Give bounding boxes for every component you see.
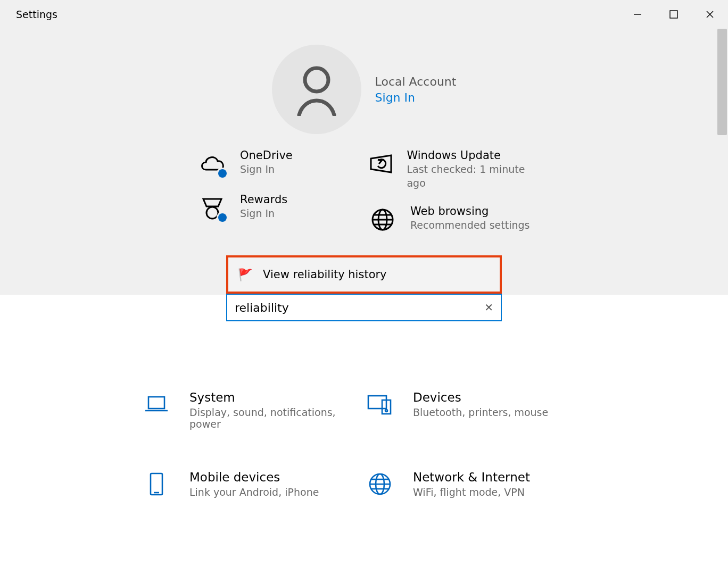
maximize-button[interactable] <box>656 0 692 29</box>
header-panel: Local Account Sign In OneDrive Sign In <box>0 29 728 295</box>
window-title: Settings <box>16 9 57 20</box>
window-controls <box>619 0 728 29</box>
category-sub: WiFi, flight mode, VPN <box>413 486 530 498</box>
globe-icon <box>367 205 399 234</box>
category-system[interactable]: System Display, sound, notifications, po… <box>140 390 364 430</box>
scrollbar[interactable] <box>717 29 727 135</box>
mini-tiles: OneDrive Sign In Rewards Sign In <box>0 149 728 234</box>
cloud-icon <box>196 149 228 178</box>
svg-rect-16 <box>151 473 162 495</box>
avatar <box>272 45 361 134</box>
svg-rect-1 <box>670 11 677 18</box>
flag-icon: 🚩 <box>238 268 252 281</box>
tile-title: Web browsing <box>410 205 530 218</box>
minimize-button[interactable] <box>619 0 656 29</box>
account-text: Local Account Sign In <box>375 75 457 104</box>
devices-icon <box>364 390 396 418</box>
svg-point-15 <box>385 410 387 412</box>
categories-panel: System Display, sound, notifications, po… <box>0 295 728 498</box>
tile-rewards[interactable]: Rewards Sign In <box>196 193 361 222</box>
tile-title: Windows Update <box>407 149 532 162</box>
globe-icon <box>364 470 396 498</box>
clear-search-icon[interactable]: ✕ <box>484 301 493 314</box>
tile-sub: Sign In <box>240 207 287 221</box>
category-title: Network & Internet <box>413 470 530 484</box>
svg-rect-11 <box>148 397 164 409</box>
tile-windows-update[interactable]: Windows Update Last checked: 1 minute ag… <box>367 149 532 190</box>
search-input[interactable] <box>235 301 484 314</box>
laptop-icon <box>140 390 172 418</box>
medal-icon <box>196 193 228 222</box>
category-sub: Bluetooth, printers, mouse <box>413 406 548 418</box>
tile-onedrive[interactable]: OneDrive Sign In <box>196 149 361 178</box>
category-title: Mobile devices <box>189 470 319 484</box>
svg-point-4 <box>305 68 328 91</box>
update-icon <box>367 149 395 178</box>
search-wrap: 🚩 View reliability history ✕ <box>226 255 502 321</box>
sign-in-link[interactable]: Sign In <box>375 91 457 104</box>
tile-sub: Last checked: 1 minute ago <box>407 163 532 190</box>
tile-web-browsing[interactable]: Web browsing Recommended settings <box>367 205 532 234</box>
category-network[interactable]: Network & Internet WiFi, flight mode, VP… <box>364 470 588 498</box>
category-sub: Link your Android, iPhone <box>189 486 319 498</box>
titlebar: Settings <box>0 0 728 29</box>
suggestion-text: View reliability history <box>263 268 387 281</box>
status-dot-icon <box>217 212 228 223</box>
svg-rect-13 <box>368 396 386 409</box>
tile-sub: Sign In <box>240 163 293 177</box>
status-dot-icon <box>217 168 228 179</box>
category-mobile[interactable]: Mobile devices Link your Android, iPhone <box>140 470 364 498</box>
tile-title: Rewards <box>240 193 287 206</box>
phone-icon <box>140 470 172 498</box>
category-title: Devices <box>413 390 548 404</box>
tile-sub: Recommended settings <box>410 219 530 232</box>
search-suggestion[interactable]: 🚩 View reliability history <box>226 255 502 294</box>
close-button[interactable] <box>692 0 728 29</box>
category-sub: Display, sound, notifications, power <box>189 406 349 430</box>
search-box[interactable]: ✕ <box>226 294 502 321</box>
category-devices[interactable]: Devices Bluetooth, printers, mouse <box>364 390 588 430</box>
tile-title: OneDrive <box>240 149 293 162</box>
account-label: Local Account <box>375 75 457 88</box>
category-title: System <box>189 390 349 404</box>
account-row: Local Account Sign In <box>0 45 728 134</box>
